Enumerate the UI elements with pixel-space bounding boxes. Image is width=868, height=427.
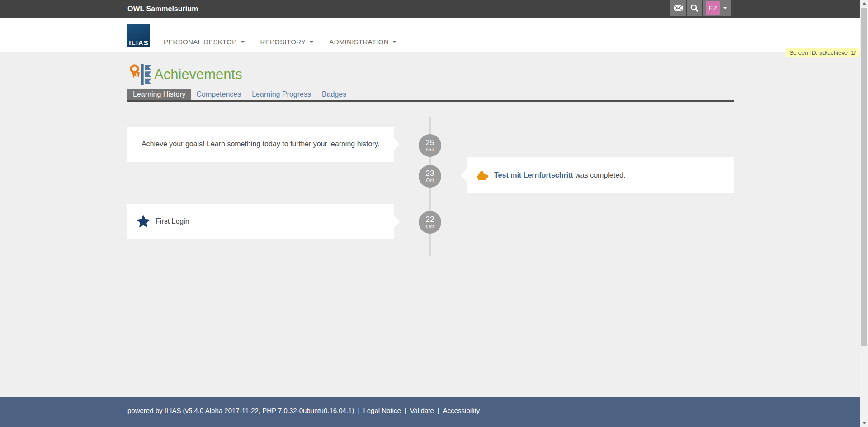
event-card-test-completed: Test mit Lernfortschritt was completed. <box>467 157 734 193</box>
nav-item-administration[interactable]: ADMINISTRATION <box>329 38 396 46</box>
timeline-date-23-oct: 23 Oct <box>419 165 441 188</box>
tab-badges[interactable]: Badges <box>316 89 352 100</box>
ilias-logo[interactable]: ILIAS <box>127 24 150 47</box>
nav-item-label: ADMINISTRATION <box>329 38 388 46</box>
chevron-down-icon <box>241 41 245 43</box>
star-icon <box>137 215 150 228</box>
nav-item-label: PERSONAL DESKTOP <box>164 38 237 46</box>
footer-separator: | <box>405 407 406 414</box>
goal-message-card: Achieve your goals! Learn something toda… <box>127 127 394 162</box>
chevron-down-icon <box>723 7 727 9</box>
goal-message-text: Achieve your goals! Learn something toda… <box>128 140 393 148</box>
card-arrow-right <box>394 215 400 228</box>
card-arrow-left <box>461 169 467 182</box>
installation-title: OWL Sammelsurium <box>127 0 198 18</box>
validate-link[interactable]: Validate <box>410 407 434 414</box>
timeline-day: 25 <box>426 139 434 147</box>
footer-powered-by: powered by ILIAS (v5.4.0 Alpha 2017-11-2… <box>127 407 354 414</box>
timeline-month: Oct <box>426 224 434 229</box>
ilias-logo-label: ILIAS <box>129 38 148 47</box>
user-avatar: EZ <box>706 1 720 15</box>
puzzle-icon <box>476 169 488 181</box>
event-text: First Login <box>156 217 189 225</box>
accessibility-link[interactable]: Accessibility <box>443 407 480 414</box>
user-menu-button[interactable]: EZ <box>703 0 731 16</box>
main-header: ILIAS PERSONAL DESKTOP REPOSITORY ADMINI… <box>0 18 868 52</box>
magnifier-icon <box>690 4 698 12</box>
timeline-month: Oct <box>426 178 434 183</box>
tab-learning-progress[interactable]: Learning Progress <box>246 89 316 100</box>
footer-content: powered by ILIAS (v5.4.0 Alpha 2017-11-2… <box>127 407 480 414</box>
nav-item-repository[interactable]: REPOSITORY <box>260 38 314 46</box>
scrollbar-thumb[interactable] <box>861 8 867 346</box>
timeline-date-22-oct: 22 Oct <box>419 211 441 234</box>
content-area: Achievements Learning History Competence… <box>0 52 868 397</box>
timeline-date-25-oct: 25 Oct <box>419 134 441 157</box>
tab-learning-history[interactable]: Learning History <box>127 89 191 100</box>
event-card-first-login: First Login <box>127 204 394 239</box>
mail-button[interactable] <box>670 0 686 16</box>
tab-bar: Learning History Competences Learning Pr… <box>127 89 734 102</box>
legal-notice-link[interactable]: Legal Notice <box>363 407 401 414</box>
chevron-down-icon <box>392 41 397 43</box>
chevron-down-icon <box>309 41 314 43</box>
screen-id-badge: Screen-ID: pd/achieve_1/ <box>786 48 859 57</box>
footer-separator: | <box>438 407 439 414</box>
vertical-scrollbar <box>860 0 868 427</box>
topbar-buttons: EZ <box>670 0 731 16</box>
main-navigation: PERSONAL DESKTOP REPOSITORY ADMINISTRATI… <box>164 18 397 52</box>
nav-item-personal-desktop[interactable]: PERSONAL DESKTOP <box>164 38 245 46</box>
timeline-day: 23 <box>426 169 434 178</box>
timeline-month: Oct <box>426 147 434 152</box>
search-button[interactable] <box>687 0 702 16</box>
footer-separator: | <box>358 407 359 414</box>
achievements-badge-icon <box>129 63 151 88</box>
scrollbar-down-arrow-icon[interactable] <box>862 422 867 424</box>
timeline-day: 22 <box>426 216 434 224</box>
nav-item-label: REPOSITORY <box>260 38 306 46</box>
envelope-icon <box>674 5 683 11</box>
tab-competences[interactable]: Competences <box>191 89 247 100</box>
event-text: Test mit Lernfortschritt was completed. <box>494 171 625 179</box>
top-bar: OWL Sammelsurium EZ <box>0 0 868 18</box>
ilias-achievements-screen: OWL Sammelsurium EZ <box>0 0 868 427</box>
page-title: Achievements <box>154 63 242 86</box>
test-link[interactable]: Test mit Lernfortschritt <box>494 171 573 179</box>
card-arrow-right <box>394 138 400 150</box>
scrollbar-up-arrow-icon[interactable] <box>862 2 867 5</box>
footer-bar: powered by ILIAS (v5.4.0 Alpha 2017-11-2… <box>0 397 868 427</box>
event-suffix: was completed. <box>573 171 626 179</box>
